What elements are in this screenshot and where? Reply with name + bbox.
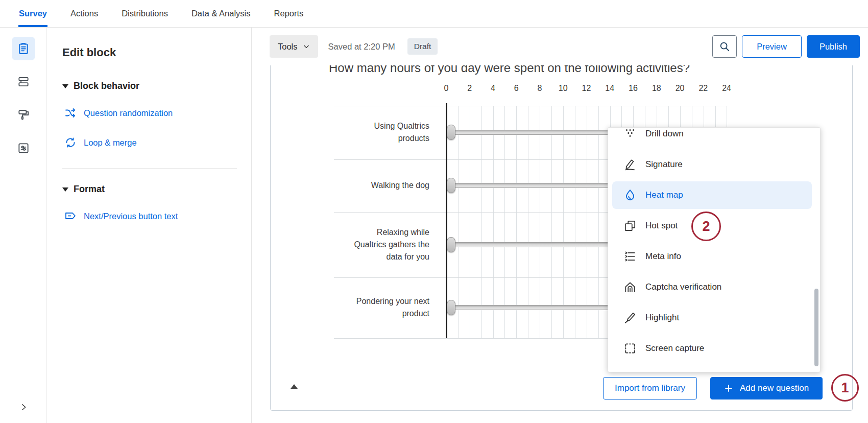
tools-label: Tools (278, 42, 298, 52)
section-title: Format (74, 184, 105, 195)
captcha-verification-icon (623, 280, 637, 294)
survey-options-icon[interactable] (12, 136, 35, 160)
import-from-library-button[interactable]: Import from library (603, 377, 697, 400)
editor-toolbar: Tools Saved at 2:20 PM Draft Preview Pub… (252, 28, 868, 65)
loop-icon (64, 136, 77, 149)
survey-builder-icon[interactable] (12, 37, 35, 60)
loop-merge-link[interactable]: Loop & merge (64, 136, 237, 149)
menu-item-drill-down[interactable]: Drill down (608, 127, 820, 149)
link-label: Loop & merge (84, 138, 137, 148)
edit-block-panel: Edit block Block behavior Question rando… (47, 28, 252, 423)
scale-tick: 12 (575, 84, 598, 93)
question-type-menu-list: Drill down Signature Heat map (608, 127, 820, 364)
slider-handle[interactable] (447, 300, 455, 315)
publish-button[interactable]: Publish (807, 35, 860, 58)
plus-icon (724, 384, 733, 393)
menu-item-label: Meta info (645, 251, 681, 262)
menu-item-label: Highlight (645, 313, 679, 323)
menu-item-label: Heat map (645, 190, 683, 200)
chevron-down-icon (303, 43, 310, 50)
tab-actions[interactable]: Actions (59, 0, 110, 27)
survey-canvas: How many hours of you day were spent on … (252, 65, 868, 423)
slider-handle[interactable] (447, 178, 455, 193)
panel-title: Edit block (62, 46, 237, 59)
scale-tick: 6 (504, 84, 528, 93)
row-separator (334, 106, 727, 106)
tab-survey[interactable]: Survey (7, 0, 59, 27)
shuffle-icon (64, 107, 77, 119)
tab-data-analysis[interactable]: Data & Analysis (180, 0, 262, 27)
scale-tick: 16 (621, 84, 645, 93)
menu-scrollbar-thumb[interactable] (814, 289, 818, 366)
collapse-question-button[interactable] (289, 383, 299, 390)
highlight-icon (623, 311, 637, 324)
survey-flow-icon[interactable] (12, 70, 35, 93)
scale-tick: 20 (668, 84, 692, 93)
scale-tick: 14 (598, 84, 621, 93)
main-editor: Tools Saved at 2:20 PM Draft Preview Pub… (252, 28, 868, 423)
preview-button[interactable]: Preview (742, 35, 802, 58)
section-title: Block behavior (74, 81, 139, 91)
button-text-icon (64, 210, 77, 222)
scale-tick: 10 (551, 84, 575, 93)
row-label: Walking the dog (353, 179, 429, 192)
collapse-triangle-icon (62, 84, 68, 88)
menu-item-label: Screen capture (645, 343, 704, 354)
menu-item-highlight[interactable]: Highlight (608, 302, 820, 333)
menu-item-meta-info[interactable]: Meta info (608, 241, 820, 272)
annotation-step-1: 1 (831, 374, 859, 402)
question-type-menu: Drill down Signature Heat map (608, 127, 821, 372)
menu-item-captcha-verification[interactable]: Captcha verification (608, 272, 820, 302)
section-format[interactable]: Format (62, 184, 237, 195)
tab-reports[interactable]: Reports (262, 0, 316, 27)
scale-tick: 4 (481, 84, 505, 93)
heat-map-icon (623, 189, 637, 202)
panel-divider (62, 168, 237, 169)
toolbar-right-group: Preview Publish (712, 35, 860, 58)
next-previous-button-text-link[interactable]: Next/Previous button text (64, 210, 237, 222)
row-label: Using Qualtrics products (353, 120, 429, 145)
search-icon (719, 41, 730, 52)
look-and-feel-icon[interactable] (12, 103, 35, 127)
left-icon-rail (0, 28, 47, 423)
draft-status-badge: Draft (407, 38, 438, 55)
section-block-behavior[interactable]: Block behavior (62, 81, 237, 91)
menu-item-heat-map[interactable]: Heat map (608, 180, 820, 210)
hot-spot-icon (623, 219, 637, 232)
qualtrics-survey-editor: Survey Actions Distributions Data & Anal… (0, 0, 868, 423)
menu-item-label: Signature (645, 159, 683, 170)
link-label: Next/Previous button text (84, 212, 178, 221)
slider-handle[interactable] (447, 237, 455, 252)
saved-status-text: Saved at 2:20 PM (328, 42, 395, 52)
row-label: Relaxing while Qualtrics gathers the dat… (353, 226, 429, 263)
menu-item-label: Drill down (645, 129, 684, 139)
row-label: Pondering your next product (353, 295, 429, 320)
question-randomization-link[interactable]: Question randomization (64, 107, 237, 119)
scale-tick: 22 (691, 84, 715, 93)
collapse-arrow-icon (291, 384, 298, 389)
expand-panel-chevron-icon[interactable] (0, 403, 47, 412)
menu-item-label: Hot spot (645, 221, 678, 231)
meta-info-icon (623, 250, 637, 263)
scale-tick: 2 (458, 84, 481, 93)
menu-item-signature[interactable]: Signature (608, 149, 820, 180)
search-button[interactable] (712, 35, 737, 58)
slider-handle[interactable] (447, 125, 455, 140)
slider-scale-labels: 0 2 4 6 8 10 12 14 16 18 20 22 24 (435, 84, 738, 93)
add-new-question-label: Add new question (740, 383, 809, 393)
tools-button[interactable]: Tools (270, 35, 318, 58)
scale-tick: 8 (528, 84, 551, 93)
annotation-step-2: 2 (691, 212, 721, 241)
tab-distributions[interactable]: Distributions (110, 0, 180, 27)
collapse-triangle-icon (62, 187, 68, 192)
screen-capture-icon (623, 342, 637, 355)
add-new-question-button[interactable]: Add new question (710, 377, 823, 400)
signature-icon (623, 158, 637, 171)
menu-item-label: Captcha verification (645, 282, 721, 292)
menu-item-screen-capture[interactable]: Screen capture (608, 333, 820, 364)
scale-tick: 0 (435, 84, 458, 93)
scale-tick: 24 (715, 84, 738, 93)
drill-down-icon (623, 127, 637, 140)
scale-tick: 18 (645, 84, 668, 93)
top-nav: Survey Actions Distributions Data & Anal… (0, 0, 868, 28)
